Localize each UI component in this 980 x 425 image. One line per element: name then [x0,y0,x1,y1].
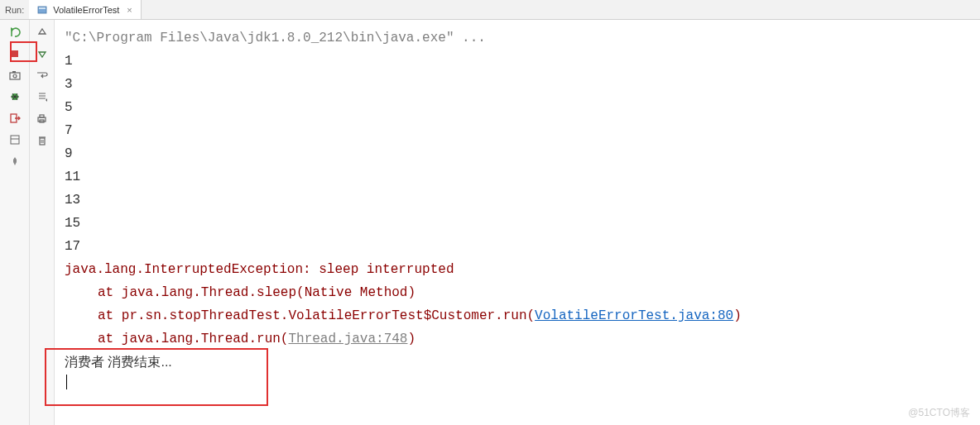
svg-rect-6 [12,71,16,73]
output-number-line: 3 [65,73,970,96]
tab-label: VolatileErrorTest [53,5,119,15]
output-number-line: 9 [65,142,970,165]
source-link[interactable]: VolatileErrorTest.java:80 [535,308,733,323]
output-number-line: 11 [65,165,970,189]
output-number-line: 15 [65,212,970,235]
svg-rect-12 [11,136,19,144]
layout-icon[interactable] [7,132,22,147]
camera-icon[interactable] [7,68,22,83]
console-output[interactable]: "C:\Program Files\Java\jdk1.8.0_212\bin\… [55,20,980,425]
output-number-line: 7 [65,119,970,142]
run-label: Run: [0,5,29,15]
output-number-line: 17 [65,235,970,258]
run-tab[interactable]: VolatileErrorTest × [29,0,142,19]
output-number-line: 1 [65,50,970,73]
stop-icon[interactable] [7,46,22,61]
print-icon[interactable] [35,111,50,126]
left-gutter-2 [30,20,55,425]
svg-rect-4 [10,73,20,79]
output-number-line: 13 [65,189,970,212]
exit-icon[interactable] [7,111,22,126]
output-line: 消费者 消费结束... [65,351,970,374]
output-number-line: 5 [65,96,970,119]
run-config-icon [37,4,49,16]
close-icon[interactable]: × [127,5,132,15]
main-area: "C:\Program Files\Java\jdk1.8.0_212\bin\… [0,20,980,425]
stack-line: at java.lang.Thread.sleep(Native Method) [65,281,970,304]
command-line: "C:\Program Files\Java\jdk1.8.0_212\bin\… [65,26,970,50]
trash-icon[interactable] [35,132,50,147]
pin-icon[interactable] [7,154,22,169]
svg-rect-3 [12,50,18,57]
arrow-down-icon[interactable] [35,46,50,61]
text-cursor [66,375,67,389]
svg-rect-20 [40,138,45,145]
source-link[interactable]: Thread.java:748 [288,332,407,346]
svg-rect-1 [39,7,46,9]
stack-line: at java.lang.Thread.run(Thread.java:748) [65,327,970,351]
svg-rect-18 [40,115,44,117]
scroll-end-icon[interactable] [35,89,50,104]
left-gutter-1 [0,20,30,425]
debug-bug-icon[interactable] [7,89,22,104]
exception-line: java.lang.InterruptedException: sleep in… [65,258,970,281]
input-cursor-line[interactable] [65,374,970,390]
top-bar: Run: VolatileErrorTest × [0,0,980,20]
svg-point-5 [13,74,17,78]
arrow-up-icon[interactable] [35,25,50,40]
wrap-icon[interactable] [35,68,50,83]
stack-line: at pr.sn.stopThreadTest.VolatileErrorTes… [65,304,970,327]
rerun-icon[interactable] [7,25,22,40]
